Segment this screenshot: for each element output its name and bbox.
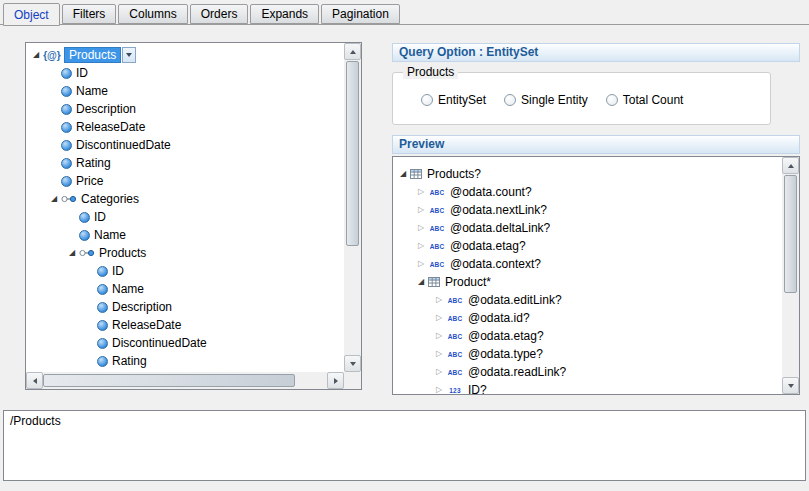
- tree-item-description[interactable]: Description: [26, 298, 344, 316]
- arrow-up-icon: [350, 50, 356, 54]
- tree-item-label: ID?: [468, 383, 487, 394]
- tab-pagination[interactable]: Pagination: [321, 4, 400, 24]
- property-icon: [61, 86, 72, 97]
- expression-input[interactable]: /Products: [3, 410, 806, 481]
- tree-item-odata-context[interactable]: ▷ABC@odata.context?: [393, 255, 782, 273]
- tree-item-id[interactable]: ID: [26, 262, 344, 280]
- tree-item-odata-id[interactable]: ▷ABC@odata.id?: [393, 309, 782, 327]
- property-icon: [79, 230, 90, 241]
- expand-arrow-icon[interactable]: ▷: [414, 255, 428, 273]
- root-entity-dropdown-button[interactable]: [122, 47, 136, 63]
- scroll-right-button[interactable]: [327, 372, 344, 389]
- tree-item-label: ReleaseDate: [112, 318, 181, 332]
- scroll-up-button[interactable]: [344, 43, 361, 60]
- tree-item-odata-etag[interactable]: ▷ABC@odata.etag?: [393, 237, 782, 255]
- tree-item-rating[interactable]: Rating: [26, 154, 344, 172]
- tree-item-discontinueddate[interactable]: DiscontinuedDate: [26, 136, 344, 154]
- object-tree-horizontal-scrollbar[interactable]: [26, 372, 344, 389]
- tree-item-name[interactable]: Name: [26, 280, 344, 298]
- collapse-arrow-icon[interactable]: ◢: [414, 273, 428, 291]
- tree-item-description[interactable]: Description: [26, 100, 344, 118]
- tree-item-name[interactable]: Name: [26, 82, 344, 100]
- expand-arrow-icon[interactable]: ▷: [414, 237, 428, 255]
- tree-item-discontinueddate[interactable]: DiscontinuedDate: [26, 334, 344, 352]
- scroll-down-button[interactable]: [782, 377, 799, 394]
- tree-item-odata-type[interactable]: ▷ABC@odata.type?: [393, 345, 782, 363]
- expand-arrow-icon[interactable]: ▷: [414, 219, 428, 237]
- radio-label: EntitySet: [438, 93, 486, 107]
- preview-header: Preview: [392, 135, 800, 154]
- radio-circle-icon[interactable]: [421, 94, 433, 106]
- tree-item-odata-etag[interactable]: ▷ABC@odata.etag?: [393, 327, 782, 345]
- tree-item-product[interactable]: ◢Product*: [393, 273, 782, 291]
- tree-item-label: ID: [112, 264, 124, 278]
- tree-item-odata-deltalink[interactable]: ▷ABC@odata.deltaLink?: [393, 219, 782, 237]
- scroll-down-button[interactable]: [344, 355, 361, 372]
- vertical-scrollbar-thumb[interactable]: [784, 175, 797, 293]
- tab-bar: ObjectFiltersColumnsOrdersExpandsPaginat…: [0, 2, 809, 24]
- expand-arrow-icon[interactable]: ▷: [414, 201, 428, 219]
- tree-item-label: ReleaseDate: [76, 120, 145, 134]
- tree-item-odata-nextlink[interactable]: ▷ABC@odata.nextLink?: [393, 201, 782, 219]
- string-field-icon: ABC: [428, 207, 446, 214]
- query-option-header: Query Option : EntitySet: [392, 43, 800, 62]
- expand-arrow-icon[interactable]: ▷: [432, 327, 446, 345]
- scroll-up-button[interactable]: [782, 157, 799, 174]
- property-icon: [97, 284, 108, 295]
- tree-item-label: @odata.etag?: [468, 329, 544, 343]
- tree-item-rating[interactable]: Rating: [26, 352, 344, 370]
- object-tree: ◢{@}ProductsIDNameDescriptionReleaseDate…: [26, 43, 344, 372]
- expand-arrow-icon[interactable]: ▷: [414, 183, 428, 201]
- expand-arrow-icon[interactable]: ▷: [432, 291, 446, 309]
- radio-label: Total Count: [623, 93, 684, 107]
- vertical-scrollbar-thumb[interactable]: [346, 61, 359, 246]
- object-tree-panel: ◢{@}ProductsIDNameDescriptionReleaseDate…: [25, 42, 362, 390]
- expand-arrow-icon[interactable]: ▷: [432, 309, 446, 327]
- entity-table-icon: [428, 276, 441, 288]
- tree-item-releasedate[interactable]: ReleaseDate: [26, 118, 344, 136]
- tree-item-label: @odata.id?: [468, 311, 530, 325]
- tab-orders[interactable]: Orders: [190, 4, 249, 24]
- tree-item-id[interactable]: ID: [26, 208, 344, 226]
- property-icon: [61, 68, 72, 79]
- radio-label: Single Entity: [521, 93, 588, 107]
- radio-entityset[interactable]: EntitySet: [421, 93, 486, 107]
- radio-total-count[interactable]: Total Count: [606, 93, 684, 107]
- horizontal-scrollbar-thumb[interactable]: [43, 374, 295, 387]
- tree-item-products[interactable]: ◢{@}Products: [26, 46, 344, 64]
- expand-arrow-icon[interactable]: ▷: [432, 345, 446, 363]
- object-tree-vertical-scrollbar[interactable]: [344, 43, 361, 372]
- tree-item-odata-editlink[interactable]: ▷ABC@odata.editLink?: [393, 291, 782, 309]
- tree-item-categories[interactable]: ◢Categories: [26, 190, 344, 208]
- expand-arrow-icon[interactable]: ▷: [432, 381, 446, 394]
- collapse-arrow-icon[interactable]: ◢: [47, 190, 61, 208]
- tab-expands[interactable]: Expands: [250, 4, 319, 24]
- tree-item-label: DiscontinuedDate: [76, 138, 171, 152]
- navigation-property-icon: [79, 248, 95, 258]
- scroll-left-button[interactable]: [26, 372, 43, 389]
- property-icon: [97, 320, 108, 331]
- tab-object[interactable]: Object: [3, 3, 60, 26]
- tree-item-label: Rating: [112, 354, 147, 368]
- tree-item-odata-count[interactable]: ▷ABC@odata.count?: [393, 183, 782, 201]
- collapse-arrow-icon[interactable]: ◢: [29, 46, 43, 64]
- tree-item-id[interactable]: ▷123ID?: [393, 381, 782, 394]
- property-icon: [61, 176, 72, 187]
- tab-columns[interactable]: Columns: [118, 4, 187, 24]
- collapse-arrow-icon[interactable]: ◢: [65, 244, 79, 262]
- preview-vertical-scrollbar[interactable]: [782, 157, 799, 394]
- tree-item-price[interactable]: Price: [26, 172, 344, 190]
- radio-circle-icon[interactable]: [606, 94, 618, 106]
- tree-item-products[interactable]: ◢Products: [26, 244, 344, 262]
- tab-filters[interactable]: Filters: [62, 4, 117, 24]
- expand-arrow-icon[interactable]: ▷: [432, 363, 446, 381]
- collapse-arrow-icon[interactable]: ◢: [396, 165, 410, 183]
- tree-item-releasedate[interactable]: ReleaseDate: [26, 316, 344, 334]
- tree-item-odata-readlink[interactable]: ▷ABC@odata.readLink?: [393, 363, 782, 381]
- tree-item-name[interactable]: Name: [26, 226, 344, 244]
- tree-item-id[interactable]: ID: [26, 64, 344, 82]
- string-field-icon: ABC: [446, 369, 464, 376]
- tree-item-products[interactable]: ◢Products?: [393, 165, 782, 183]
- radio-circle-icon[interactable]: [504, 94, 516, 106]
- radio-single-entity[interactable]: Single Entity: [504, 93, 588, 107]
